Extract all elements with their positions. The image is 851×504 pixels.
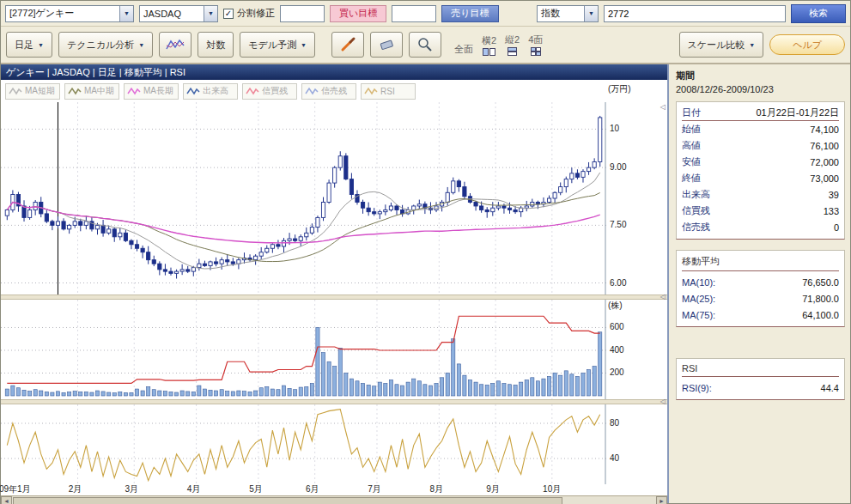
date-axis-label: 7月 bbox=[368, 483, 381, 495]
legend-line-icon bbox=[186, 86, 200, 96]
symbol-code-input[interactable] bbox=[604, 5, 786, 22]
scroll-left-icon[interactable]: ◄ bbox=[1, 496, 12, 504]
legend-item[interactable]: MA短期 bbox=[5, 83, 60, 100]
layout-vertical2-button[interactable]: 縦2 bbox=[505, 33, 520, 56]
layout-quad-label: 4面 bbox=[528, 33, 543, 46]
info-row-label: RSI(9): bbox=[682, 383, 712, 393]
volume-pane-gutter bbox=[654, 300, 667, 399]
date-axis-label: 4月 bbox=[187, 483, 201, 495]
scale-compare-label: スケール比較 bbox=[688, 39, 745, 52]
layout-v2-label: 縦2 bbox=[505, 33, 520, 46]
info-row: 信売残0 bbox=[682, 219, 839, 235]
market-select-value: JASDAQ bbox=[140, 9, 204, 19]
moving-average-panel: 移動平均 MA(10):76,650.0MA(25):71,800.0MA(75… bbox=[676, 250, 845, 327]
legend-item-label: MA中期 bbox=[84, 85, 114, 97]
info-row: 安値72,000 bbox=[682, 154, 839, 170]
symbol-select-value: [2772]ゲンキー bbox=[6, 7, 119, 20]
log-scale-button[interactable]: 対数 bbox=[198, 32, 234, 58]
info-row-value: 64,100.0 bbox=[802, 310, 839, 320]
scale-compare-select[interactable]: スケール比較 ▼ bbox=[679, 32, 764, 58]
axis-tick-label: 40 bbox=[610, 453, 619, 463]
search-button[interactable]: 検索 bbox=[791, 4, 846, 23]
legend-item[interactable]: MA長期 bbox=[124, 83, 179, 100]
stock-chart-window: [2772]ゲンキー ▼ JASDAQ ▼ ✓ 分割修正 買い目標 売り目標 指… bbox=[0, 0, 851, 504]
info-row-value: 76,650.0 bbox=[802, 277, 839, 288]
axis-tick-label: 80 bbox=[610, 418, 619, 428]
legend-item[interactable]: MA中期 bbox=[64, 83, 119, 100]
info-row-value: 01月22日-01月22日 bbox=[756, 106, 839, 119]
buy-target-button[interactable]: 買い目標 bbox=[330, 5, 386, 22]
market-select[interactable]: JASDAQ ▼ bbox=[139, 5, 218, 22]
info-row-label: MA(25): bbox=[682, 294, 715, 304]
legend-item[interactable]: 信売残 bbox=[301, 83, 356, 100]
layout-full-label: 全面 bbox=[454, 43, 473, 56]
buy-target-input[interactable] bbox=[280, 5, 325, 22]
info-row-value: 44.4 bbox=[821, 383, 839, 393]
chevron-down-icon: ▼ bbox=[301, 42, 307, 48]
index-select[interactable]: 指数 ▼ bbox=[537, 5, 599, 22]
info-row-value: 133 bbox=[824, 206, 839, 216]
zoom-button[interactable] bbox=[409, 32, 441, 58]
legend-line-icon bbox=[246, 86, 259, 96]
chevron-down-icon[interactable]: ▼ bbox=[119, 6, 133, 21]
layout-horizontal2-button[interactable]: 横2 bbox=[482, 34, 496, 56]
eraser-icon bbox=[378, 36, 395, 53]
layout-quad-button[interactable]: 4面 bbox=[528, 33, 543, 56]
legend-item[interactable]: RSI bbox=[361, 83, 416, 100]
info-row: MA(75):64,100.0 bbox=[682, 307, 839, 323]
model-forecast-select[interactable]: モデル予測 ▼ bbox=[240, 32, 315, 58]
top-toolbar: [2772]ゲンキー ▼ JASDAQ ▼ ✓ 分割修正 買い目標 売り目標 指… bbox=[1, 1, 850, 27]
legend-item[interactable]: 信買残 bbox=[242, 83, 297, 100]
split-adjust-checkbox[interactable]: ✓ 分割修正 bbox=[223, 7, 275, 20]
price-pane: (万円) 109.007.506.00 ◁ bbox=[1, 102, 667, 295]
info-row-value: 74,100 bbox=[810, 124, 839, 135]
layout-full-button[interactable]: 全面 bbox=[454, 43, 473, 56]
sell-target-input[interactable] bbox=[392, 5, 436, 22]
volume-plot[interactable] bbox=[1, 300, 606, 399]
pattern-search-button[interactable] bbox=[159, 32, 191, 58]
zigzag-chart-icon bbox=[165, 37, 185, 52]
axis-tick-label: 7.50 bbox=[610, 220, 626, 229]
legend-line-icon bbox=[9, 86, 22, 96]
technical-analysis-select[interactable]: テクニカル分析 ▼ bbox=[58, 32, 153, 58]
scrollbar-thumb[interactable] bbox=[13, 497, 562, 504]
axis-tick-label: 6.00 bbox=[610, 278, 626, 288]
price-plot[interactable] bbox=[1, 102, 606, 295]
timeframe-select[interactable]: 日足 ▼ bbox=[6, 32, 52, 58]
chart-area: ゲンキー | JASDAQ | 日足 | 移動平均 | RSI MA短期MA中期… bbox=[1, 64, 669, 503]
date-axis-label: 3月 bbox=[125, 483, 139, 495]
scroll-right-icon[interactable]: ► bbox=[656, 496, 667, 504]
volume-axis: (株) 600400200 bbox=[606, 300, 654, 399]
help-button[interactable]: ヘルプ bbox=[769, 34, 845, 55]
axis-tick-label: 600 bbox=[610, 322, 624, 331]
collapse-arrow-icon[interactable]: ◁ bbox=[660, 104, 666, 111]
legend-item[interactable]: 出来高 bbox=[183, 83, 238, 100]
rsi-plot[interactable] bbox=[1, 404, 606, 484]
chevron-down-icon: ▼ bbox=[749, 42, 755, 48]
layout-button-group: 全面 横2 縦2 4面 bbox=[454, 33, 543, 56]
info-row-label: MA(75): bbox=[682, 310, 715, 320]
legend-line-icon bbox=[68, 86, 82, 96]
info-row-label: 信売残 bbox=[682, 221, 710, 234]
period-value: 2008/12/26-2009/10/23 bbox=[676, 84, 845, 94]
legend-line-icon bbox=[305, 86, 319, 96]
horizontal-scrollbar[interactable]: ◄ ► bbox=[1, 495, 667, 504]
timeframe-select-value: 日足 bbox=[15, 39, 33, 52]
chart-legend: MA短期MA中期MA長期出来高信買残信売残RSI bbox=[1, 80, 667, 102]
rsi-pane: 8040 bbox=[1, 404, 667, 484]
date-axis-label: 09年1月 bbox=[0, 483, 31, 495]
info-row: 出来高39 bbox=[682, 186, 839, 203]
ma-title: 移動平均 bbox=[682, 253, 839, 271]
checkbox-check-icon: ✓ bbox=[223, 9, 234, 19]
symbol-select[interactable]: [2772]ゲンキー ▼ bbox=[5, 5, 134, 22]
pen-icon bbox=[339, 36, 356, 53]
sell-target-button[interactable]: 売り目標 bbox=[441, 5, 498, 22]
price-axis: (万円) 109.007.506.00 bbox=[606, 102, 654, 295]
eraser-button[interactable] bbox=[370, 32, 403, 58]
legend-item-label: 出来高 bbox=[203, 85, 228, 97]
chevron-down-icon[interactable]: ▼ bbox=[584, 6, 598, 21]
legend-item-label: MA短期 bbox=[25, 85, 55, 97]
draw-pen-button[interactable] bbox=[331, 32, 364, 58]
chevron-down-icon[interactable]: ▼ bbox=[204, 6, 217, 21]
rsi-pane-gutter bbox=[654, 404, 667, 484]
